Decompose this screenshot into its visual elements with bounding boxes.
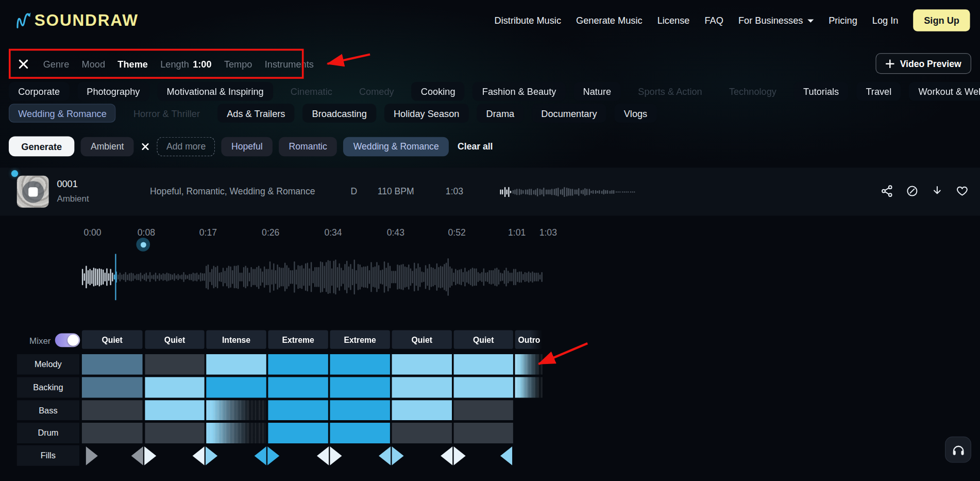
timeline-tick-0-26[interactable]: 0:26 [262, 228, 279, 238]
block-drum-3-fade[interactable] [206, 423, 266, 443]
theme-pill-travel[interactable]: Travel [856, 82, 901, 101]
block-backing-1-slate[interactable] [82, 377, 143, 397]
block-drum-5-mid[interactable] [330, 423, 390, 443]
video-preview-button[interactable]: Video Preview [875, 53, 971, 74]
mixer-toggle[interactable] [55, 334, 80, 347]
energy-section-6-quiet[interactable]: Quiet [392, 330, 452, 349]
theme-pill-corporate[interactable]: Corporate [9, 82, 69, 101]
theme-pill-drama[interactable]: Drama [477, 104, 523, 122]
waveform[interactable] [82, 253, 545, 302]
block-drum-2-dark[interactable] [145, 423, 204, 443]
theme-pill-horror-thriller[interactable]: Horror & Thriller [124, 104, 209, 122]
download-icon[interactable] [931, 185, 943, 197]
generate-button[interactable]: Generate [9, 136, 74, 156]
tag-theme-wedding-romance[interactable]: Wedding & Romance [343, 137, 449, 156]
theme-pill-cinematic[interactable]: Cinematic [281, 82, 342, 101]
close-filters-icon[interactable] [18, 58, 29, 70]
share-icon[interactable] [881, 185, 893, 197]
theme-pill-vlogs[interactable]: Vlogs [615, 104, 657, 122]
theme-pill-photography[interactable]: Photography [77, 82, 149, 101]
energy-section-3-intense[interactable]: Intense [206, 330, 266, 349]
energy-section-1-quiet[interactable]: Quiet [82, 330, 143, 349]
block-bass-6-light[interactable] [392, 400, 452, 420]
nav-link-faq[interactable]: FAQ [704, 15, 723, 26]
headphones-button[interactable] [945, 437, 971, 463]
timeline-tick-1-03[interactable]: 1:03 [539, 228, 557, 238]
clear-all-button[interactable]: Clear all [458, 141, 493, 151]
fill-marker-4[interactable] [255, 446, 280, 465]
heart-icon[interactable] [956, 185, 969, 197]
theme-pill-broadcasting[interactable]: Broadcasting [302, 104, 376, 122]
timeline-tick-0-17[interactable]: 0:17 [199, 228, 217, 238]
timeline-tick-0-52[interactable]: 0:52 [448, 228, 466, 238]
block-melody-8-outro[interactable] [515, 354, 543, 375]
nav-link-for-businesses[interactable]: For Businesses [738, 15, 814, 26]
block-backing-6-light[interactable] [392, 377, 452, 397]
block-melody-2-dark[interactable] [145, 354, 204, 375]
theme-pill-ads-trailers[interactable]: Ads & Trailers [217, 104, 295, 122]
theme-pill-holiday-season[interactable]: Holiday Season [384, 104, 469, 122]
theme-pill-wedding-romance[interactable]: Wedding & Romance [9, 104, 116, 122]
filter-item-theme[interactable]: Theme [117, 58, 148, 69]
block-bass-5-mid[interactable] [330, 400, 390, 420]
fill-marker-5[interactable] [317, 446, 342, 465]
fill-marker-8[interactable] [500, 446, 512, 465]
add-more-button[interactable]: Add more [157, 137, 215, 156]
filter-item-length[interactable]: Length1:00 [160, 58, 211, 69]
timeline-tick-0-00[interactable]: 0:00 [83, 228, 101, 238]
stop-button[interactable] [22, 181, 43, 203]
block-bass-1-dark[interactable] [82, 400, 143, 420]
energy-section-4-extreme[interactable]: Extreme [268, 330, 328, 349]
theme-pill-sports-action[interactable]: Sports & Action [629, 82, 712, 101]
timeline-tick-0-34[interactable]: 0:34 [324, 228, 342, 238]
energy-section-5-extreme[interactable]: Extreme [330, 330, 390, 349]
nav-link-license[interactable]: License [657, 15, 690, 26]
block-bass-7-dark[interactable] [454, 400, 513, 420]
theme-pill-fashion-beauty[interactable]: Fashion & Beauty [473, 82, 566, 101]
timeline-tick-0-43[interactable]: 0:43 [387, 228, 404, 238]
block-melody-6-light[interactable] [392, 354, 452, 375]
theme-pill-nature[interactable]: Nature [573, 82, 620, 101]
block-melody-5-mid[interactable] [330, 354, 390, 375]
fill-marker-6[interactable] [379, 446, 404, 465]
tag-mood-hopeful[interactable]: Hopeful [222, 137, 273, 156]
block-bass-3-fade[interactable] [206, 400, 266, 420]
theme-pill-motivational-inspiring[interactable]: Motivational & Inspiring [157, 82, 273, 101]
theme-pill-workout-wellness[interactable]: Workout & Wellness [909, 82, 980, 101]
block-melody-4-mid[interactable] [268, 354, 328, 375]
theme-pill-tutorials[interactable]: Tutorials [794, 82, 848, 101]
theme-pill-cooking[interactable]: Cooking [412, 82, 465, 101]
sign-up-button[interactable]: Sign Up [914, 9, 970, 31]
theme-pill-technology[interactable]: Technology [720, 82, 786, 101]
energy-section-8-outro[interactable]: Outro [515, 330, 543, 349]
track-row[interactable]: 0001 Ambient Hopeful, Romantic, Wedding … [0, 168, 980, 215]
theme-pill-documentary[interactable]: Documentary [532, 104, 606, 122]
soundraw-logo[interactable]: SOUNDRAW [15, 9, 139, 31]
block-backing-2-light[interactable] [145, 377, 204, 397]
tag-genre-ambient[interactable]: Ambient [81, 137, 134, 156]
timeline-tick-1-01[interactable]: 1:01 [508, 228, 526, 238]
fill-marker-1[interactable] [86, 446, 98, 465]
track-thumbnail[interactable] [17, 176, 49, 208]
filter-item-instruments[interactable]: Instruments [265, 58, 314, 69]
block-bass-2-light[interactable] [145, 400, 204, 420]
ban-icon[interactable] [906, 185, 919, 197]
block-melody-1-slate[interactable] [82, 354, 143, 375]
playhead-handle[interactable] [136, 238, 150, 252]
energy-section-2-quiet[interactable]: Quiet [145, 330, 204, 349]
block-backing-8-outro[interactable] [515, 377, 543, 397]
fill-marker-2[interactable] [131, 446, 157, 465]
energy-section-7-quiet[interactable]: Quiet [454, 330, 513, 349]
block-drum-4-mid[interactable] [268, 423, 328, 443]
block-backing-4-mid[interactable] [268, 377, 328, 397]
block-bass-4-mid[interactable] [268, 400, 328, 420]
remove-genre-icon[interactable] [141, 142, 150, 151]
block-drum-1-dark[interactable] [82, 423, 143, 443]
block-backing-5-mid[interactable] [330, 377, 390, 397]
block-melody-7-light[interactable] [454, 354, 513, 375]
filter-item-mood[interactable]: Mood [82, 58, 106, 69]
filter-item-genre[interactable]: Genre [43, 58, 70, 69]
filter-item-tempo[interactable]: Tempo [224, 58, 252, 69]
tag-mood-romantic[interactable]: Romantic [279, 137, 337, 156]
theme-pill-comedy[interactable]: Comedy [350, 82, 403, 101]
